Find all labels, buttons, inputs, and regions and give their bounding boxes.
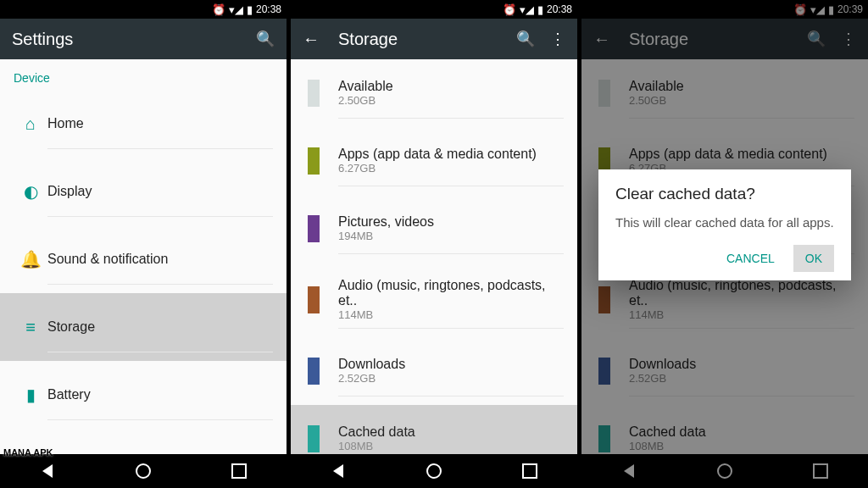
settings-item-home[interactable]: ⌂Home bbox=[0, 90, 287, 158]
page-title: Settings bbox=[12, 30, 241, 49]
nav-home-icon[interactable] bbox=[426, 463, 442, 480]
battery-icon: ▮ bbox=[14, 385, 47, 405]
status-bar: ⏰ ▾◢ ▮ 20:38 bbox=[291, 0, 577, 19]
storage-item[interactable]: Downloads2.52GB bbox=[291, 337, 577, 405]
app-bar: Settings 🔍 bbox=[0, 19, 287, 59]
item-value: 2.50GB bbox=[338, 94, 564, 107]
status-time: 20:38 bbox=[256, 3, 281, 15]
clear-cache-dialog: Clear cached data? This will clear cache… bbox=[598, 169, 851, 280]
alarm-icon: ⏰ bbox=[212, 4, 225, 15]
signal-icon: ▾◢ bbox=[229, 4, 243, 15]
settings-list: Device ⌂Home◐Display🔔Sound & notificatio… bbox=[0, 59, 287, 454]
watermark: MANA APK bbox=[3, 447, 53, 458]
ok-button[interactable]: OK bbox=[793, 245, 834, 272]
app-bar: ← Storage 🔍 ⋮ bbox=[291, 19, 577, 59]
color-swatch bbox=[308, 80, 320, 107]
color-swatch bbox=[308, 215, 320, 242]
nav-back-icon[interactable] bbox=[39, 463, 56, 480]
item-label: Display bbox=[47, 184, 273, 199]
nav-back-icon[interactable] bbox=[330, 463, 347, 480]
item-label: Apps (app data & media content) bbox=[338, 147, 564, 162]
dialog-title: Clear cached data? bbox=[615, 185, 834, 203]
item-label: Battery bbox=[47, 387, 273, 402]
dialog-actions: CANCEL OK bbox=[615, 245, 834, 272]
storage-list: Available2.50GBApps (app data & media co… bbox=[291, 59, 577, 454]
item-label: Available bbox=[338, 79, 564, 94]
battery-icon: ▮ bbox=[247, 4, 253, 15]
storage-icon: ≡ bbox=[14, 318, 47, 337]
nav-home-icon[interactable] bbox=[135, 463, 152, 480]
battery-icon: ▮ bbox=[537, 4, 543, 15]
settings-item-storage[interactable]: ≡Storage bbox=[0, 293, 287, 361]
back-icon[interactable]: ← bbox=[303, 30, 320, 49]
home-icon: ⌂ bbox=[14, 114, 47, 134]
item-label: Audio (music, ringtones, podcasts, et.. bbox=[338, 278, 564, 308]
screen-settings: ⏰ ▾◢ ▮ 20:38 Settings 🔍 Device ⌂Home◐Dis… bbox=[0, 0, 287, 488]
item-label: Cached data bbox=[338, 424, 564, 440]
overflow-icon[interactable]: ⋮ bbox=[550, 30, 565, 48]
storage-item[interactable]: Audio (music, ringtones, podcasts, et..1… bbox=[291, 263, 577, 337]
item-value: 108MB bbox=[338, 440, 564, 452]
item-label: Home bbox=[47, 116, 273, 131]
section-device: Device bbox=[0, 59, 287, 90]
signal-icon: ▾◢ bbox=[520, 4, 534, 15]
color-swatch bbox=[308, 286, 320, 313]
storage-item[interactable]: Available2.50GB bbox=[291, 59, 577, 127]
item-value: 194MB bbox=[338, 230, 564, 242]
settings-item-battery[interactable]: ▮Battery bbox=[0, 361, 287, 429]
settings-item-sound[interactable]: 🔔Sound & notification bbox=[0, 225, 287, 293]
screen-storage-dialog: ⏰ ▾◢ ▮ 20:39 ← Storage 🔍 ⋮ Available2.50… bbox=[581, 0, 868, 488]
color-swatch bbox=[308, 147, 320, 175]
display-icon: ◐ bbox=[14, 181, 47, 202]
item-label: Storage bbox=[47, 319, 273, 335]
settings-item-display[interactable]: ◐Display bbox=[0, 158, 287, 225]
status-bar: ⏰ ▾◢ ▮ 20:38 bbox=[0, 0, 287, 19]
cancel-button[interactable]: CANCEL bbox=[715, 245, 787, 272]
color-swatch bbox=[308, 425, 320, 452]
storage-item[interactable]: Apps (app data & media content)6.27GB bbox=[291, 127, 577, 195]
alarm-icon: ⏰ bbox=[503, 4, 516, 15]
search-icon[interactable]: 🔍 bbox=[516, 30, 535, 48]
page-title: Storage bbox=[338, 30, 501, 49]
item-value: 6.27GB bbox=[338, 162, 564, 175]
item-label: Sound & notification bbox=[47, 252, 273, 267]
item-label: Downloads bbox=[338, 357, 564, 372]
storage-item[interactable]: Cached data108MB bbox=[291, 405, 577, 454]
color-swatch bbox=[308, 358, 320, 385]
item-label: Pictures, videos bbox=[338, 214, 564, 230]
screen-storage: ⏰ ▾◢ ▮ 20:38 ← Storage 🔍 ⋮ Available2.50… bbox=[291, 0, 577, 488]
sound-icon: 🔔 bbox=[14, 249, 47, 269]
nav-recent-icon[interactable] bbox=[521, 463, 538, 480]
nav-bar bbox=[0, 454, 287, 488]
item-value: 2.52GB bbox=[338, 372, 564, 385]
storage-item[interactable]: Pictures, videos194MB bbox=[291, 195, 577, 263]
item-value: 114MB bbox=[338, 308, 564, 321]
nav-recent-icon[interactable] bbox=[231, 463, 248, 480]
status-time: 20:38 bbox=[547, 3, 572, 15]
nav-bar bbox=[291, 454, 577, 488]
search-icon[interactable]: 🔍 bbox=[256, 30, 275, 48]
dialog-body: This will clear cached data for all apps… bbox=[615, 214, 834, 231]
